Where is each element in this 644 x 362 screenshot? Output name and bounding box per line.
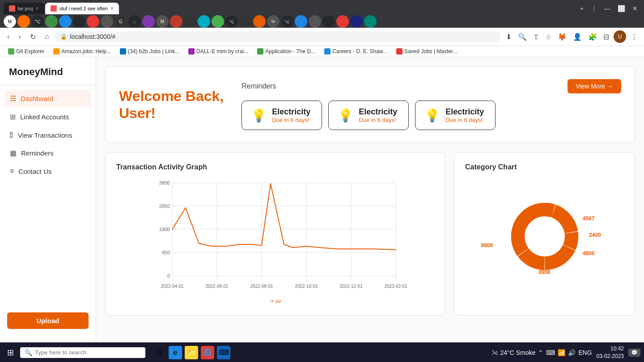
taskbar-search-input[interactable] [35, 349, 141, 356]
fav-13[interactable] [198, 15, 210, 28]
bookmark-deshaw2[interactable]: Careers - D. E. Shaw... [321, 47, 391, 56]
fav-5[interactable] [87, 15, 99, 28]
weather-icon: 🌬 [491, 349, 498, 356]
fav-23[interactable] [336, 15, 349, 28]
upload-button[interactable]: Upload [7, 312, 89, 329]
fav-8[interactable]: ⌂ [128, 15, 141, 28]
home-btn[interactable]: ⌂ [42, 31, 52, 42]
fav-gmail[interactable]: M [4, 15, 16, 28]
share-btn[interactable]: ⇧ [531, 31, 541, 43]
svg-text:2022-08-01: 2022-08-01 [250, 284, 273, 289]
fav-15[interactable]: ⌥ [225, 15, 238, 28]
fav-14[interactable] [212, 15, 224, 28]
welcome-text: Welcome Back, User! [119, 88, 224, 122]
svg-text:2023-02-01: 2023-02-01 [384, 284, 407, 289]
fav-24[interactable] [350, 15, 363, 28]
view-more-button[interactable]: View More → [568, 79, 621, 93]
ext1-btn[interactable]: 🦊 [556, 31, 568, 43]
taskbar-notification-btn[interactable]: 💬 [628, 349, 640, 357]
star-btn[interactable]: ☆ [543, 31, 553, 43]
svg-point-35 [525, 217, 564, 256]
fav-3[interactable] [59, 15, 72, 28]
fav-9[interactable] [142, 15, 155, 28]
address-bar[interactable]: 🔒 [55, 31, 500, 42]
tab-list-btn[interactable]: ⋮ [588, 4, 600, 13]
fav-22[interactable] [322, 15, 335, 28]
fav-25[interactable] [364, 15, 377, 28]
caret-up-icon[interactable]: ⌃ [538, 349, 543, 356]
tab-close-beproj[interactable]: × [36, 5, 39, 12]
tab-close-active[interactable]: × [110, 5, 114, 12]
zoom-btn[interactable]: 🔍 [516, 31, 529, 43]
taskbar-clock: 10:42 03-02-2023 [597, 345, 624, 360]
reminder-icon-1: 💡 [338, 108, 353, 123]
bookmark-deshaw1[interactable]: Application - The D... [254, 47, 319, 56]
sidebar-item-contact-us[interactable]: ≡ Contact Us [4, 163, 91, 180]
fav-12[interactable] [184, 15, 196, 28]
reminders-icon: ▦ [10, 149, 17, 157]
bookmark-saved-jobs[interactable]: Saved Jobs | Master... [393, 47, 461, 56]
url-input[interactable] [70, 33, 495, 40]
sidebar-label-linked-accounts: Linked Accounts [20, 113, 69, 121]
category-chart-title: Category Chart [465, 163, 624, 171]
menu-btn[interactable]: ⋮ [629, 31, 640, 43]
sidebar-label-reminders: Reminders [21, 149, 54, 157]
reminder-name-1: Electricity [359, 107, 397, 117]
taskbar-time-value: 10:42 [597, 345, 624, 353]
fav-16[interactable] [239, 15, 252, 28]
back-btn[interactable]: ‹ [4, 31, 12, 42]
sidebar-item-dashboard[interactable]: ☰ Dashboard [4, 90, 91, 107]
sidebar-toggle-btn[interactable]: ⊟ [602, 31, 611, 43]
svg-text:2850: 2850 [159, 203, 170, 209]
charts-row: Transaction Activity Graph [105, 152, 635, 316]
bookmark-amazon[interactable]: Amazon.jobs: Help... [50, 47, 114, 56]
fav-11[interactable] [170, 15, 182, 28]
fav-18[interactable]: W [267, 15, 280, 28]
fav-10[interactable]: M [156, 15, 169, 28]
tab-active[interactable]: stuf i need 2 see often × [45, 3, 119, 14]
fav-17[interactable] [253, 15, 266, 28]
start-button[interactable]: ⊞ [4, 346, 17, 359]
fav-github[interactable]: ⌥ [31, 15, 44, 28]
bookmark-linkedin[interactable]: (34) b2b Jobs | Link... [116, 47, 183, 56]
bookmark-dalle[interactable]: DALL-E mini by crai... [185, 47, 252, 56]
bookmark-icon-saved [396, 48, 402, 55]
lock-icon: 🔒 [60, 34, 67, 40]
download-btn[interactable]: ⬇ [504, 31, 513, 43]
tab-beproj[interactable]: be proj × [4, 3, 44, 14]
forward-btn[interactable]: › [16, 31, 23, 42]
fav-7[interactable]: G [114, 15, 127, 28]
sidebar-item-reminders[interactable]: ▦ Reminders [4, 144, 91, 162]
fav-6[interactable] [101, 15, 113, 28]
svg-text:2022-06-01: 2022-06-01 [205, 284, 229, 289]
taskbar-app-vscode[interactable]: ⌨ [217, 346, 230, 359]
fav-19[interactable]: ⌥ [281, 15, 293, 28]
minimize-btn[interactable]: — [602, 4, 613, 13]
reload-btn[interactable]: ↻ [27, 31, 38, 43]
ext3-btn[interactable]: 🧩 [586, 31, 599, 43]
fav-21[interactable] [309, 15, 321, 28]
restore-btn[interactable]: ⬜ [615, 4, 628, 13]
fav-1[interactable] [17, 15, 30, 28]
fav-2[interactable] [45, 15, 58, 28]
sidebar-item-view-transactions[interactable]: ₿ View Transactions [4, 126, 91, 143]
profile-avatar[interactable]: U [614, 30, 626, 43]
reminder-due-1: Due in 6 days! [359, 117, 397, 123]
bookmark-git-explorer[interactable]: Git Explorer [4, 47, 48, 56]
keyboard-icon: ⌨ [546, 349, 555, 356]
taskbar-search-box[interactable]: 🔍 [20, 347, 145, 358]
fav-4[interactable] [73, 15, 85, 28]
sidebar-label-view-transactions: View Transactions [18, 131, 72, 139]
close-btn[interactable]: ✕ [630, 4, 640, 13]
nav-actions: ⬇ 🔍 ⇧ ☆ 🦊 👤 🧩 ⊟ U ⋮ [504, 30, 640, 43]
new-tab-btn[interactable]: + [577, 4, 586, 13]
taskbar-app-folder[interactable]: 📁 [185, 346, 198, 359]
taskbar-app-chrome[interactable]: 🌐 [201, 346, 214, 359]
sidebar-item-linked-accounts[interactable]: ⊞ Linked Accounts [4, 108, 91, 126]
fav-20[interactable] [295, 15, 307, 28]
ext2-btn[interactable]: 👤 [571, 31, 584, 43]
main-content: Welcome Back, User! Reminders View More … [96, 57, 644, 342]
taskbar-app-view[interactable]: ⊟ [153, 346, 166, 359]
nav-bar: ‹ › ↻ ⌂ 🔒 ⬇ 🔍 ⇧ ☆ 🦊 👤 🧩 ⊟ U ⋮ [0, 28, 644, 46]
taskbar-app-edge[interactable]: e [169, 346, 182, 359]
